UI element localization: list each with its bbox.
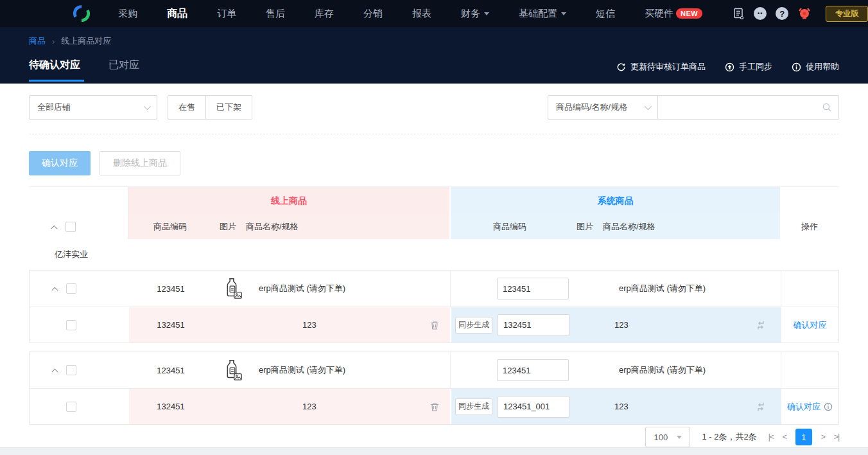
confirm-match-link[interactable]: 确认对应 [794,319,827,331]
online-product-code: 123451 [129,284,213,294]
swap-arrows-icon [755,401,767,412]
trash-icon[interactable] [429,401,440,412]
page-size-select[interactable]: 100 [645,427,690,447]
row-checkbox[interactable] [66,320,76,330]
last-page-button[interactable]: >| [834,433,839,442]
row-checkbox[interactable] [66,283,76,294]
chat-icon[interactable]: •• [754,7,767,20]
online-product-name: erp商品测试 (请勿下单) [251,283,345,294]
match-card: 123451 erp商品测试 (请勿下单) [29,352,839,425]
collapse-all-caret-icon[interactable] [51,225,57,231]
search-icon[interactable] [822,102,832,112]
delete-online-product-button[interactable]: 删除线上商品 [100,151,180,175]
app-logo-icon[interactable] [72,4,91,23]
info-circle-icon[interactable] [824,402,833,411]
nav-item-orders[interactable]: 订单 [217,8,236,20]
nav-item-procurement[interactable]: 采购 [118,8,137,20]
chevron-down-icon [144,103,151,110]
search-group: 商品编码/名称/规格 [548,95,839,120]
system-sku-code-input[interactable] [498,314,569,336]
product-image-icon [213,358,251,382]
sync-generate-button[interactable]: 同步生成 [455,317,492,334]
sale-status-toggle: 在售 已下架 [168,95,252,120]
col-header-online-code: 商品编码 [128,221,212,233]
question-icon[interactable]: ? [776,7,788,20]
nav-item-finance[interactable]: 财务 [461,8,489,20]
nav-item-reports[interactable]: 报表 [412,8,431,20]
current-page-button[interactable]: 1 [795,429,812,445]
tab-bar: 待确认对应 已对应 [29,53,168,82]
select-all-checkbox[interactable] [65,222,76,232]
pagination: 100 1 - 2条，共2条 |< < 1 > >| [29,425,839,447]
system-code-input[interactable] [497,359,569,381]
collapse-caret-icon[interactable] [51,287,58,293]
nav-item-aftersales[interactable]: 售后 [266,8,285,20]
parent-row: 123451 erp商品测试 (请勿下单) [30,352,838,388]
nav-right-cluster: •• ? 专业版 [732,3,868,24]
table-group-header: 线上商品 系统商品 [29,186,839,215]
offshelf-button[interactable]: 已下架 [206,95,252,120]
nav-item-products[interactable]: 商品 [167,7,187,21]
dotted-divider [29,134,839,134]
nav-item-buy-hardware[interactable]: 买硬件NEW [645,8,702,20]
online-product-code: 123451 [129,366,213,375]
table-column-header: 商品编码 图片 商品名称/规格 商品编码 图片 商品名称/规格 操作 [29,215,839,239]
parent-row: 123451 erp商品测试 (请勿下单) [30,271,838,307]
online-sku-name: 123 [251,402,317,411]
chevron-down-icon [561,12,566,15]
child-row: 132451 123 同步生成 123 [30,307,838,343]
update-pending-orders-link[interactable]: 更新待审核订单商品 [616,61,706,73]
row-checkbox[interactable] [66,402,76,412]
pro-version-badge[interactable]: 专业版 [826,6,868,22]
shop-select[interactable]: 全部店铺 [29,95,157,120]
col-header-online-name: 商品名称/规格 [246,221,299,233]
header-action-links: 更新待审核订单商品 手工同步 使用帮助 [616,61,839,82]
confirm-match-button[interactable]: 确认对应 [29,151,91,175]
system-sku-name: 123 [569,402,629,411]
pagination-range-text: 1 - 2条，共2条 [702,431,756,443]
nav-item-distribution[interactable]: 分销 [363,8,383,20]
onsale-button[interactable]: 在售 [168,95,206,120]
prev-page-button[interactable]: < [783,433,786,442]
match-card: 123451 erp商品测试 (请勿下单) [29,270,839,343]
search-input[interactable] [664,96,822,119]
invoice-icon[interactable] [732,7,745,20]
breadcrumb-parent[interactable]: 商品 [29,35,46,47]
manual-sync-link[interactable]: 手工同步 [725,61,772,73]
chevron-down-icon [484,12,489,15]
col-header-online-image: 图片 [215,221,241,233]
child-row: 132451 123 同步生成 123 [30,388,838,424]
main-content: 全部店铺 在售 已下架 商品编码/名称/规格 确认对应 [0,95,868,447]
row-checkbox[interactable] [66,365,76,375]
sync-upload-icon [725,62,734,72]
help-link[interactable]: 使用帮助 [792,61,839,73]
tab-matched[interactable]: 已对应 [108,53,143,82]
bottom-strip [0,447,868,455]
swap-arrows-icon [755,319,767,330]
system-sku-code-input[interactable] [498,396,569,418]
system-product-name: erp商品测试 (请勿下单) [569,283,706,294]
confirm-match-link[interactable]: 确认对应 [787,401,833,413]
tab-pending-match[interactable]: 待确认对应 [29,53,84,82]
col-header-system-code: 商品编码 [451,221,569,233]
system-code-input[interactable] [497,278,569,299]
nav-item-basic-config[interactable]: 基础配置 [519,8,566,20]
nav-item-sms[interactable]: 短信 [596,8,615,20]
product-image-icon [213,276,251,301]
filter-bar: 全部店铺 在售 已下架 商品编码/名称/规格 [29,95,839,120]
breadcrumb-separator: › [52,37,55,46]
breadcrumb-current: 线上商品对应 [61,35,111,47]
search-input-wrap [658,95,839,120]
first-page-button[interactable]: |< [768,433,774,442]
sync-generate-button[interactable]: 同步生成 [455,398,492,415]
collapse-caret-icon[interactable] [51,368,58,375]
trash-icon[interactable] [429,319,440,330]
notification-icon[interactable] [797,6,812,21]
next-page-button[interactable]: > [821,433,825,442]
breadcrumb: 商品 › 线上商品对应 [29,27,839,47]
info-circle-icon [792,62,801,72]
nav-item-inventory[interactable]: 库存 [315,8,334,20]
search-field-select[interactable]: 商品编码/名称/规格 [548,95,658,120]
system-product-name: erp商品测试 (请勿下单) [569,364,706,376]
action-bar: 确认对应 删除线上商品 [29,151,839,175]
